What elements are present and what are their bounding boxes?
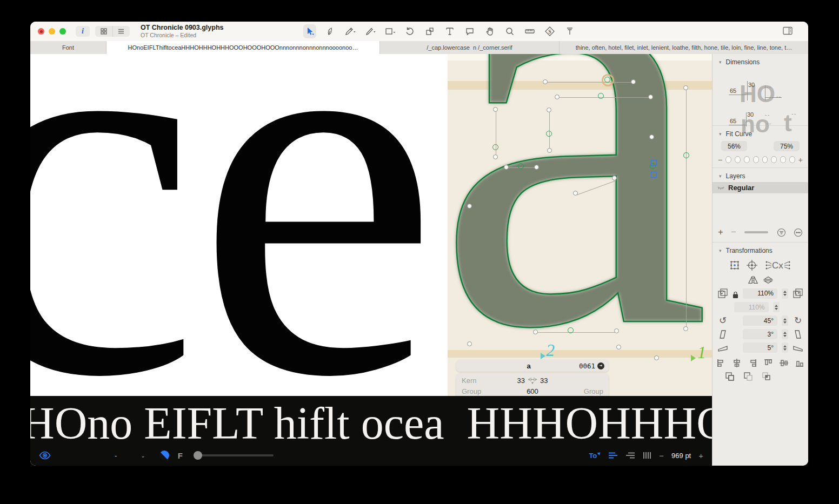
fit-curve-max-field[interactable]: 75% xyxy=(774,141,800,151)
control-point[interactable] xyxy=(648,95,653,99)
control-point[interactable] xyxy=(504,165,509,170)
slant-right-icon[interactable] xyxy=(793,330,803,339)
layers-list-empty[interactable] xyxy=(713,193,808,227)
contrast-toggle-icon[interactable] xyxy=(159,451,169,460)
glyph-width-value[interactable]: 600 xyxy=(490,387,575,395)
control-point[interactable] xyxy=(683,85,688,90)
boolean-intersect-icon[interactable] xyxy=(761,371,772,382)
fit-curve-step[interactable] xyxy=(762,156,768,163)
control-point[interactable] xyxy=(555,95,560,99)
boolean-union-icon[interactable] xyxy=(724,371,735,382)
align-center-vertical-icon[interactable] xyxy=(778,358,789,368)
skew-left-icon[interactable] xyxy=(717,344,728,352)
tab-edit-active[interactable]: HOnoEIFLThifltoceaHHHOHHHOHHHOOOHOOOHOOO… xyxy=(106,41,380,54)
hand-tool-icon[interactable] xyxy=(483,24,496,38)
path-node[interactable] xyxy=(546,131,552,137)
fit-curve-step[interactable] xyxy=(744,156,750,163)
active-glyph-edit-view[interactable]: a a xyxy=(448,54,712,396)
path-node[interactable] xyxy=(683,152,689,158)
fit-curve-step[interactable] xyxy=(771,156,777,163)
control-point[interactable] xyxy=(543,79,548,84)
slant-stepper[interactable] xyxy=(782,329,788,339)
align-right-icon[interactable] xyxy=(625,452,635,459)
control-point[interactable] xyxy=(533,330,538,334)
path-start-marker[interactable] xyxy=(691,355,696,361)
control-point[interactable] xyxy=(467,204,472,209)
control-point[interactable] xyxy=(654,355,659,360)
tab-font[interactable]: Font xyxy=(30,41,106,54)
rotate-cw-icon[interactable]: ↻ xyxy=(793,316,803,325)
kern-right-value[interactable]: 33 xyxy=(540,377,548,385)
rotate-ccw-icon[interactable]: ↺ xyxy=(717,316,728,325)
unicode-arrow-icon[interactable]: ➜ xyxy=(597,362,604,369)
add-layer-button[interactable]: + xyxy=(718,227,723,238)
zoom-value[interactable]: 969 pt xyxy=(671,452,691,460)
tab-corner-components[interactable]: /_cap.lowercase n /_corner.serif xyxy=(380,41,560,54)
layers-scrollbar[interactable] xyxy=(744,231,768,233)
knife-tool-icon[interactable] xyxy=(363,24,376,38)
preview-flag-label[interactable]: F xyxy=(178,451,183,460)
control-point[interactable] xyxy=(614,328,619,333)
layer-more-icon[interactable] xyxy=(794,228,803,237)
align-left-edge-icon[interactable] xyxy=(716,358,727,368)
stem-value[interactable]: 30 xyxy=(748,82,755,88)
layers-header[interactable]: ▾ Layers xyxy=(713,168,808,182)
list-view-icon[interactable] xyxy=(112,26,130,37)
control-point[interactable] xyxy=(573,191,578,196)
boolean-subtract-icon[interactable] xyxy=(743,371,754,382)
preview-size-slider[interactable] xyxy=(194,454,274,456)
control-point[interactable] xyxy=(493,107,498,112)
path-start-marker[interactable] xyxy=(541,353,545,359)
zoom-out-button[interactable]: − xyxy=(659,451,664,460)
preview-sample-selector[interactable]: - xyxy=(115,452,117,460)
grid-view-icon[interactable] xyxy=(95,26,112,37)
scale-horizontal-stepper[interactable] xyxy=(782,288,788,299)
skew-stepper[interactable] xyxy=(782,342,788,353)
fit-curve-step[interactable] xyxy=(780,156,786,163)
scale-down-icon[interactable] xyxy=(717,288,728,299)
fit-curve-step[interactable] xyxy=(735,156,741,163)
zoom-window-button[interactable] xyxy=(59,28,66,35)
control-point[interactable] xyxy=(547,148,552,153)
stem-value[interactable]: 30 xyxy=(747,111,754,118)
fit-curve-step[interactable] xyxy=(789,156,795,163)
text-preview-mode-icon[interactable]: To xyxy=(589,452,601,460)
tab-word-list[interactable]: thine, often, hotel, filet, inlet, lenie… xyxy=(560,41,808,54)
align-bottom-icon[interactable] xyxy=(794,358,805,368)
align-center-horizontal-icon[interactable] xyxy=(731,358,742,368)
fit-curve-plus-button[interactable]: + xyxy=(798,157,803,163)
stroke-tool-icon[interactable]: S xyxy=(543,24,556,38)
sidebar-toggle-icon[interactable] xyxy=(782,26,793,38)
group-left-label[interactable]: Group xyxy=(456,387,490,395)
control-point[interactable] xyxy=(683,326,688,331)
flip-horizontal-icon[interactable] xyxy=(748,275,758,285)
group-right-label[interactable]: Group xyxy=(575,387,609,395)
skew-field[interactable]: 5° xyxy=(743,342,777,353)
fit-curve-minus-button[interactable]: − xyxy=(718,157,722,163)
pencil-tool-icon[interactable] xyxy=(343,24,356,38)
path-node[interactable] xyxy=(604,77,610,83)
primitives-tool-icon[interactable] xyxy=(383,24,396,38)
rotate-stepper[interactable] xyxy=(782,315,788,326)
zoom-in-button[interactable]: + xyxy=(698,451,703,460)
scale-vertical-stepper[interactable] xyxy=(773,302,780,312)
transform-metrics-icon[interactable]: Cx xyxy=(764,259,792,271)
preview-eye-icon[interactable] xyxy=(39,451,51,460)
fit-curve-min-field[interactable]: 56% xyxy=(721,141,747,151)
transformations-header[interactable]: ▾ Transformations xyxy=(713,243,808,257)
glyph-outline-path[interactable]: a xyxy=(448,54,710,396)
kern-left-value[interactable]: 33 xyxy=(517,377,525,385)
scale-vertical-field[interactable]: 110% xyxy=(734,302,769,312)
minimize-button[interactable] xyxy=(49,28,55,35)
stem-value[interactable]: 65 xyxy=(730,118,736,124)
control-point[interactable] xyxy=(616,345,621,350)
zoom-tool-icon[interactable] xyxy=(503,24,516,38)
rotate-tool-icon[interactable] xyxy=(403,24,416,38)
layer-eye-icon[interactable] xyxy=(717,185,725,191)
path-node[interactable] xyxy=(518,163,524,169)
layer-filter-icon[interactable] xyxy=(777,228,786,237)
control-point[interactable] xyxy=(612,176,617,180)
fit-curve-step[interactable] xyxy=(725,156,731,163)
transform-origin-icon[interactable] xyxy=(729,259,740,271)
rotate-field[interactable]: 45° xyxy=(743,315,777,326)
